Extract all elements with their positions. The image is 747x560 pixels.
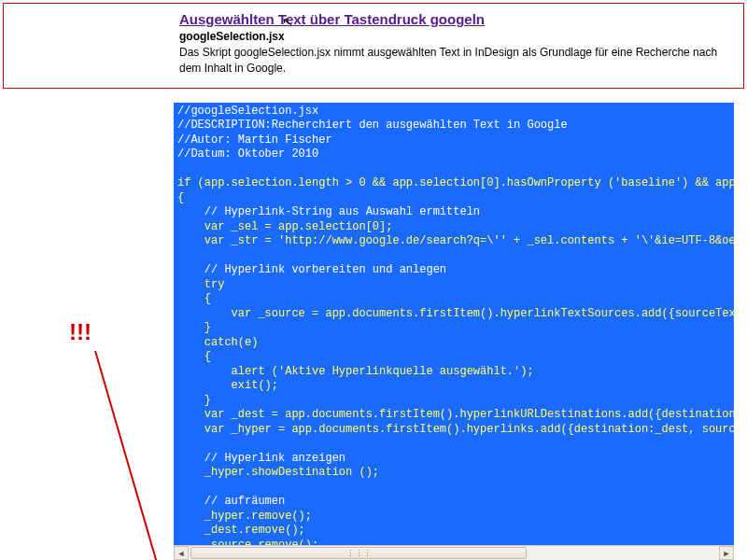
body-area: !!! //googleSelection.jsx //DESCRIPTION:…: [0, 91, 747, 548]
code-line: exit();: [177, 379, 278, 392]
code-line: {: [177, 191, 184, 204]
code-line: }: [177, 394, 211, 407]
code-comment-line: //Datum: Oktober 2010: [177, 147, 318, 161]
result-title-link[interactable]: Ausgewählten Text über Tastendruck googe…: [179, 11, 485, 27]
scrollbar-track[interactable]: ⋮⋮⋮: [189, 546, 719, 560]
horizontal-scrollbar[interactable]: ◄ ⋮⋮⋮ ►: [174, 545, 734, 560]
code-comment-line: // aufräumen: [177, 495, 285, 508]
code-line: try: [177, 278, 224, 291]
code-comment-line: //Autor: Martin Fischer: [177, 133, 332, 147]
result-description: Das Skript googleSelection.jsx nimmt aus…: [179, 45, 732, 77]
code-line: var _str = 'http://www.google.de/search?…: [177, 234, 734, 247]
code-comment-line: // Hyperlink-String aus Auswahl ermittel…: [177, 205, 480, 218]
code-line: var _sel = app.selection[0];: [177, 220, 392, 233]
arrow-icon: [84, 351, 187, 560]
annotation-marker: !!!: [69, 319, 92, 345]
code-line: var _hyper = app.documents.firstItem().h…: [177, 423, 734, 436]
result-filename: googleSelection.jsx: [179, 30, 732, 43]
code-line: if (app.selection.length > 0 && app.sele…: [177, 176, 734, 189]
code-line: var _source = app.documents.firstItem().…: [177, 307, 734, 320]
code-line: alert ('Aktive Hyperlinkquelle ausgewähl…: [177, 365, 534, 378]
result-header: Ausgewählten Text über Tastendruck googe…: [3, 3, 744, 89]
code-comment-line: //DESCRIPTION:Recherchiert den ausgewähl…: [177, 119, 568, 132]
code-line: var _dest = app.documents.firstItem().hy…: [177, 408, 734, 421]
code-line: _hyper.showDestination ();: [177, 466, 379, 479]
code-comment-line: // Hyperlink anzeigen: [177, 452, 345, 465]
code-line: catch(e): [177, 336, 258, 349]
code-line: {: [177, 350, 211, 363]
code-line: _dest.remove();: [177, 524, 305, 537]
code-line: _hyper.remove();: [177, 510, 312, 523]
code-line: {: [177, 292, 211, 305]
scroll-right-button[interactable]: ►: [719, 546, 734, 560]
code-block[interactable]: //googleSelection.jsx //DESCRIPTION:Rech…: [174, 103, 734, 548]
scroll-left-button[interactable]: ◄: [174, 546, 189, 560]
code-line: }: [177, 321, 211, 334]
svg-line-0: [95, 351, 172, 560]
code-comment-line: // Hyperlink vorbereiten und anlegen: [177, 263, 446, 276]
scrollbar-thumb[interactable]: ⋮⋮⋮: [190, 547, 527, 559]
code-comment-line: //googleSelection.jsx: [177, 105, 318, 118]
